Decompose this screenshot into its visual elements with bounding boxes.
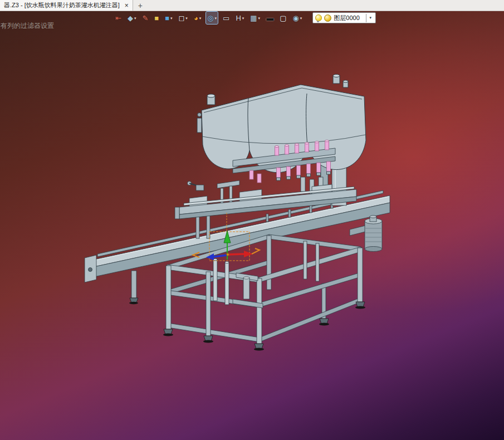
blue-solid-icon[interactable]: ■▾ [164,12,173,24]
measure-height-icon: H [236,14,241,22]
filter-status-text: 有列的过滤器设置 [1,21,54,31]
chevron-down-icon[interactable]: ▾ [185,16,188,20]
lightbulb-icon [315,14,322,21]
exit-session-icon: ⇤ [115,14,121,22]
chevron-down-icon[interactable]: ▾ [366,14,374,22]
machine-3d-model[interactable] [0,11,504,440]
blue-solid-icon: ■ [165,14,169,22]
toolbar-icons: ⇤◆▾✎■■▾◻▾◕▾◎▾▭H▾▦▾▬▢◉▾ [114,12,303,24]
toolbar: ⇤◆▾✎■■▾◻▾◕▾◎▾▭H▾▦▾▬▢◉▾ 图层0000 ▾ [114,12,376,24]
orange-sphere-icon[interactable]: ◕▾ [193,12,202,24]
background-color-icon[interactable]: ▢ [278,12,287,24]
layer-sphere-icon [324,14,331,22]
chevron-down-icon[interactable]: ▾ [258,16,261,20]
section-view-icon[interactable]: ◆▾ [126,12,138,24]
chevron-down-icon[interactable]: ▾ [199,16,202,20]
background-color-icon: ▢ [280,14,286,22]
tab-close-icon[interactable]: × [125,2,129,9]
exit-session-icon[interactable]: ⇤ [114,12,123,24]
sketch-pen-icon: ✎ [142,14,148,22]
visibility-layers-icon: ◉ [292,14,299,22]
handle-right-icon[interactable] [252,248,260,254]
zoom-magnifier-icon: ◎ [207,14,213,22]
chevron-down-icon[interactable]: ▾ [134,16,136,20]
document-tab[interactable]: 器.Z3 - [饮水瓶饮料果汁奶茶灌水机灌注器] × [0,0,133,11]
app-window: 器.Z3 - [饮水瓶饮料果汁奶茶灌水机灌注器] × + ⇤◆▾✎■■▾◻▾◕▾… [0,0,504,440]
chevron-down-icon[interactable]: ▾ [215,16,217,20]
grid-table-icon[interactable]: ▦▾ [249,12,261,24]
axis-x-arrow[interactable] [244,251,253,257]
visibility-layers-icon[interactable]: ◉▾ [291,12,303,24]
measure-height-icon[interactable]: H▾ [234,12,245,24]
chevron-down-icon[interactable]: ▾ [170,16,173,20]
zoom-magnifier-icon[interactable]: ◎▾ [206,12,218,24]
white-cube-icon[interactable]: ◻▾ [178,12,189,24]
chevron-down-icon[interactable]: ▾ [242,16,244,20]
section-view-icon: ◆ [128,14,133,22]
line-width-icon[interactable]: ▬ [265,12,275,24]
yellow-solid-icon: ■ [154,14,159,22]
yellow-solid-icon[interactable]: ■ [153,12,160,24]
layer-dropdown[interactable]: 图层0000 ▾ [312,12,376,23]
grid-table-icon: ▦ [250,14,257,22]
viewport-canvas[interactable]: ⇤◆▾✎■■▾◻▾◕▾◎▾▭H▾▦▾▬▢◉▾ 图层0000 ▾ 有列的过滤器设置 [0,11,504,440]
marquee-select-icon[interactable]: ▭ [222,12,231,24]
chevron-down-icon[interactable]: ▾ [300,16,302,20]
tab-bar: 器.Z3 - [饮水瓶饮料果汁奶茶灌水机灌注器] × + [0,0,504,11]
new-tab-button[interactable]: + [133,0,148,11]
orange-sphere-icon: ◕ [194,14,198,22]
white-cube-icon: ◻ [179,14,185,22]
line-width-icon: ▬ [266,14,273,22]
layer-dropdown-value: 图层0000 [334,14,364,22]
document-tab-title: 器.Z3 - [饮水瓶饮料果汁奶茶灌水机灌注器] [4,1,120,9]
sketch-pen-icon[interactable]: ✎ [141,12,149,24]
marquee-select-icon: ▭ [223,14,229,22]
